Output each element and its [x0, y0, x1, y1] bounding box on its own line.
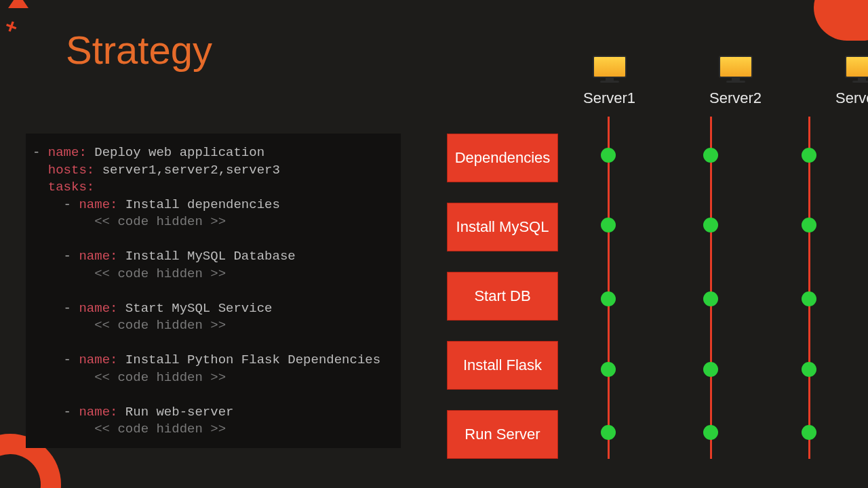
decoration-top-left: +	[0, 0, 47, 41]
yaml-key: tasks:	[48, 180, 94, 195]
task-box-mysql: Install MySQL	[447, 203, 558, 251]
server-2: Server2	[711, 56, 760, 107]
task-box-label: Install MySQL	[456, 218, 549, 236]
yaml-play-name: Deploy web application	[94, 145, 264, 160]
yaml-task-name: Install Python Flask Dependencies	[125, 352, 380, 367]
server-label: Server3	[835, 89, 868, 107]
task-box-startdb: Start DB	[447, 272, 558, 321]
yaml-key: name:	[79, 405, 117, 420]
yaml-task-name: Run web-server	[125, 405, 234, 420]
timeline-server1	[608, 117, 610, 459]
decoration-top-right	[814, 0, 868, 41]
code-hidden: << code hidden >>	[94, 370, 226, 385]
code-hidden: << code hidden >>	[94, 422, 226, 436]
yaml-key: name:	[79, 197, 117, 212]
plus-icon: +	[2, 14, 21, 39]
status-dot	[703, 425, 718, 440]
status-dot	[703, 362, 718, 377]
code-hidden: << code hidden >>	[94, 266, 226, 281]
yaml-task-name: Install MySQL Database	[125, 249, 296, 264]
status-dot	[601, 148, 616, 163]
yaml-task-name: Start MySQL Service	[125, 301, 273, 316]
timeline-server3	[808, 117, 810, 459]
code-block: - name: Deploy web application hosts: se…	[26, 134, 401, 448]
status-dot	[703, 218, 718, 232]
status-dot	[802, 148, 816, 163]
task-box-flask: Install Flask	[447, 341, 558, 390]
yaml-key: name:	[79, 352, 117, 367]
timeline-server2	[710, 117, 712, 459]
yaml-key: name:	[79, 301, 117, 316]
task-box-column: Dependencies Install MySQL Start DB Inst…	[447, 134, 558, 459]
status-dot	[802, 291, 816, 306]
triangle-icon	[8, 0, 28, 8]
status-dot	[601, 291, 616, 306]
yaml-hosts: server1,server2,server3	[102, 163, 280, 178]
servers-row: Server1 Server2 Server3	[585, 56, 868, 107]
server-3: Server3	[837, 56, 868, 107]
status-dot	[802, 425, 816, 440]
task-box-dependencies: Dependencies	[447, 134, 558, 182]
task-box-runserver: Run Server	[447, 410, 558, 459]
status-dot	[703, 291, 718, 306]
status-dot	[802, 218, 816, 232]
task-box-label: Run Server	[465, 426, 540, 443]
task-box-label: Install Flask	[463, 357, 542, 374]
yaml-task-name: Install dependencies	[125, 197, 280, 212]
server-label: Server1	[583, 89, 635, 107]
server-icon	[845, 56, 869, 83]
yaml-key: name:	[48, 145, 87, 160]
status-dot	[703, 148, 718, 163]
yaml-key: hosts:	[48, 163, 94, 178]
code-hidden: << code hidden >>	[94, 214, 226, 229]
page-title: Strategy	[66, 27, 212, 73]
status-dot	[802, 362, 816, 377]
status-dot	[601, 362, 616, 377]
server-1: Server1	[585, 56, 634, 107]
server-label: Server2	[709, 89, 762, 107]
server-icon	[593, 56, 627, 83]
task-box-label: Dependencies	[455, 149, 551, 167]
yaml-key: name:	[79, 249, 117, 264]
status-dot	[601, 425, 616, 440]
task-box-label: Start DB	[474, 287, 530, 305]
server-icon	[719, 56, 753, 83]
status-dot	[601, 218, 616, 232]
code-hidden: << code hidden >>	[94, 318, 226, 333]
